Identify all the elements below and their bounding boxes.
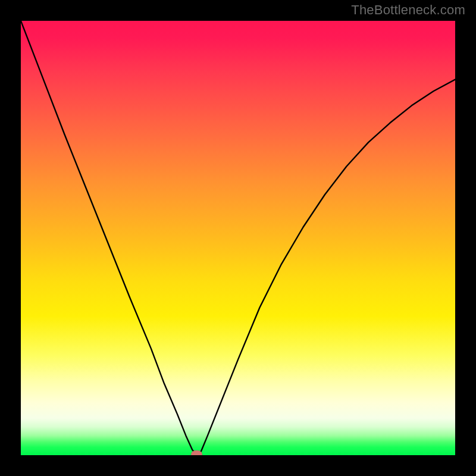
bottleneck-curve bbox=[21, 21, 455, 455]
watermark-text: TheBottleneck.com bbox=[351, 2, 465, 18]
chart-frame: TheBottleneck.com bbox=[0, 0, 476, 476]
plot-area bbox=[21, 21, 455, 455]
optimal-point-marker bbox=[191, 450, 202, 455]
